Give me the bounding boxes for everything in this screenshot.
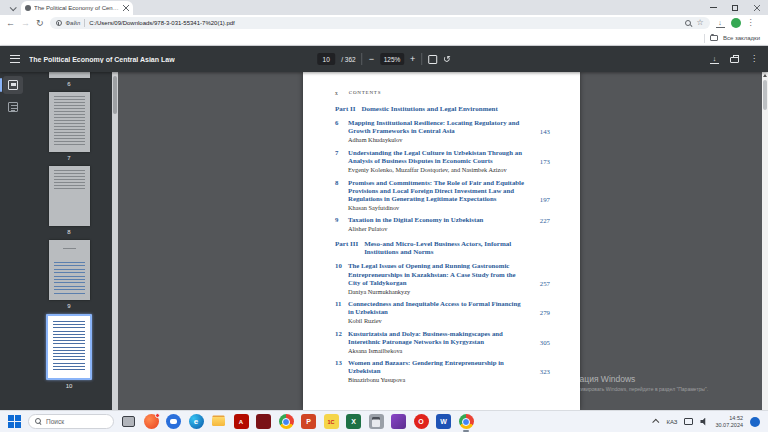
pdf-more-button[interactable]: ⋮ [750, 55, 758, 63]
adobe-acrobat-icon[interactable]: A [234, 414, 249, 429]
thumbnail-page-8[interactable] [49, 166, 90, 226]
chapter-title-link[interactable]: Women and Bazaars: Gendering Entrepreneu… [348, 359, 524, 375]
thumbnail-preview [54, 262, 85, 294]
chapter-title-link[interactable]: Understanding the Legal Culture in Uzbek… [348, 149, 524, 165]
chapter-number: 7 [335, 149, 348, 174]
url-text[interactable]: C:/Users/09/Downloads/978-3-031-55341-7%… [89, 20, 681, 26]
close-icon [754, 5, 760, 11]
word-icon[interactable]: W [436, 414, 451, 429]
thumbnail-panel: 6 7 8 9 10 [26, 72, 112, 410]
chat-app-icon[interactable] [166, 414, 181, 429]
chrome-active-icon[interactable] [459, 414, 474, 429]
zoom-out-button[interactable]: − [369, 55, 374, 64]
pdf-menu-icon[interactable] [10, 55, 20, 63]
window-close-button[interactable] [746, 0, 768, 15]
browser-orange-icon[interactable] [144, 414, 159, 429]
pdf-document-title: The Political Economy of Central Asian L… [29, 56, 175, 63]
window-minimize-button[interactable] [702, 0, 724, 15]
taskbar-clock[interactable]: 14:52 30.07.2024 [715, 415, 743, 429]
opera-icon[interactable]: O [414, 414, 429, 429]
thumbnails-view-button[interactable] [3, 76, 23, 94]
watermark-title: Активация Windows [557, 374, 762, 384]
taskbar-search[interactable]: Поиск [28, 414, 114, 429]
chapter-page-number[interactable]: 305 [540, 339, 550, 346]
rotate-button[interactable]: ↻ [443, 55, 451, 64]
toc-entry: 6 Mapping Institutional Resilience: Loca… [335, 119, 550, 144]
downloads-button[interactable]: ↓ [716, 19, 725, 28]
volume-icon[interactable] [700, 418, 708, 426]
notification-center-badge[interactable] [750, 417, 760, 427]
thumbnail-label: 9 [67, 303, 70, 309]
chapter-title-link[interactable]: The Legal Issues of Opening and Running … [348, 262, 524, 286]
thumbnail-label: 7 [67, 155, 70, 161]
chapter-number: 12 [335, 330, 348, 355]
thumbnail-scrollbar-thumb[interactable] [113, 76, 117, 114]
chapter-page-number[interactable]: 173 [540, 158, 550, 165]
zoom-page-icon[interactable] [685, 20, 692, 27]
scroll-up-arrow[interactable] [763, 74, 767, 77]
outline-view-button[interactable] [3, 98, 23, 116]
file-explorer-icon[interactable] [211, 414, 226, 429]
thumbnail-page-9[interactable] [49, 240, 90, 300]
address-bar[interactable]: Файл C:/Users/09/Downloads/978-3-031-553… [50, 17, 710, 29]
media-app-icon[interactable] [256, 414, 271, 429]
tab-search-button[interactable] [5, 2, 19, 14]
chapter-title-link[interactable]: Kusturizatsia and Dolya: Business-making… [348, 330, 524, 346]
chapter-title-link[interactable]: Mapping Institutional Resilience: Locati… [348, 119, 524, 135]
thumbnail-label: 6 [67, 81, 70, 87]
window-controls [702, 0, 768, 15]
purple-app-icon[interactable] [391, 414, 406, 429]
pdf-download-button[interactable]: ↓ [710, 55, 719, 64]
part-label: Part II [335, 105, 355, 113]
bookmark-star-icon[interactable]: ☆ [696, 19, 703, 27]
thumbnail-page-6[interactable] [49, 72, 90, 78]
chapter-page-number[interactable]: 227 [540, 217, 550, 224]
hidden-icons-chevron[interactable] [653, 419, 660, 426]
edge-icon[interactable]: e [189, 414, 204, 429]
chapter-title-link[interactable]: Connectedness and Inequitable Access to … [348, 300, 524, 316]
thumbnail-page-10-active[interactable] [46, 314, 92, 380]
reload-button[interactable]: ↻ [36, 19, 44, 28]
chapter-page-number[interactable]: 257 [540, 280, 550, 287]
chapter-title-link[interactable]: Taxation in the Digital Economy in Uzbek… [348, 216, 524, 224]
start-button[interactable] [8, 415, 21, 428]
chapter-page-number[interactable]: 197 [540, 196, 550, 203]
zoom-level-input[interactable]: 125% [380, 53, 404, 65]
calculator-icon[interactable] [369, 414, 384, 429]
tray-date: 30.07.2024 [715, 422, 743, 429]
pdf-toolbar: The Political Economy of Central Asian L… [0, 46, 768, 72]
window-maximize-button[interactable] [724, 0, 746, 15]
windows-taskbar: Поиск e A P 1С X O W КАЗ 14:52 [0, 410, 768, 432]
excel-icon[interactable]: X [346, 414, 361, 429]
powerpoint-icon[interactable]: P [301, 414, 316, 429]
all-bookmarks-button[interactable]: Все закладки [723, 35, 760, 41]
back-button[interactable]: ← [6, 19, 15, 28]
chapter-authors: Alisher Pulatov [348, 225, 520, 233]
browser-menu-button[interactable]: ⋮ [747, 19, 755, 27]
chapter-title-link[interactable]: Promises and Commitments: The Role of Fa… [348, 179, 524, 203]
browser-tab-active[interactable]: The Political Economy of Central Asian L… [21, 1, 133, 15]
part-title: Domestic Institutions and Legal Environm… [361, 105, 539, 113]
page-info-icon[interactable] [56, 20, 62, 26]
chapter-page-number[interactable]: 279 [540, 309, 550, 316]
thumbnails-icon [8, 80, 18, 90]
chrome-icon[interactable] [279, 414, 294, 429]
pdf-print-button[interactable] [730, 57, 739, 63]
thumbnail-label: 8 [67, 229, 70, 235]
chapter-page-number[interactable]: 323 [540, 368, 550, 375]
profile-avatar[interactable] [731, 18, 741, 28]
1c-enterprise-icon[interactable]: 1С [324, 414, 339, 429]
document-scrollbar-thumb[interactable] [763, 80, 767, 110]
keyboard-language[interactable]: КАЗ [666, 419, 677, 425]
tab-close-icon[interactable] [123, 5, 129, 11]
fit-to-page-button[interactable] [428, 55, 437, 64]
network-icon[interactable] [684, 418, 693, 425]
minimize-icon [710, 7, 717, 8]
thumbnail-page-7[interactable] [49, 92, 90, 152]
chapter-page-number[interactable]: 143 [540, 128, 550, 135]
forward-button[interactable]: → [21, 19, 30, 28]
chapter-authors: Evgeniy Kolenko, Muzaffar Dostqoriev, an… [348, 166, 520, 174]
page-number-input[interactable]: 10 [317, 53, 335, 65]
zoom-in-button[interactable]: + [410, 55, 415, 64]
task-view-button[interactable] [121, 414, 136, 429]
